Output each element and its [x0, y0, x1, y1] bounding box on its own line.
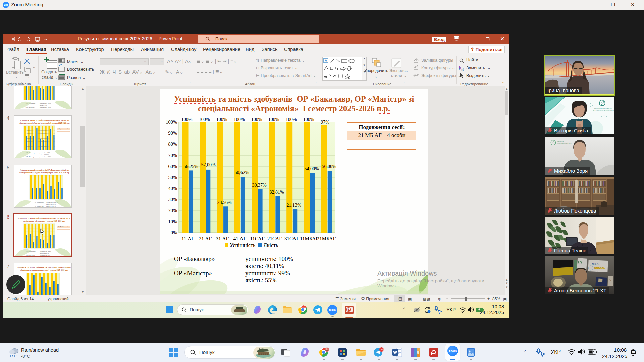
svg-text:80%: 80%	[168, 141, 177, 147]
svg-text:Успішність, та якість, здобува: Успішність, та якість, здобувачів ОР «Ба…	[17, 266, 71, 268]
svg-text:21САГ: 21САГ	[267, 236, 282, 241]
svg-text:97%: 97%	[321, 120, 329, 125]
svg-text:ОР «Магістр»: ОР «Магістр»	[35, 205, 44, 207]
svg-text:успішність: 100%: успішність: 100%	[40, 156, 51, 158]
svg-text:Успішність: Успішність	[230, 242, 255, 248]
svg-text:А: А	[325, 59, 327, 63]
svg-text:z: z	[633, 351, 634, 353]
svg-text:23,56%: 23,56%	[217, 200, 232, 205]
svg-text:Успішність, та якість, здобува: Успішність, та якість, здобувачів ОР «Ба…	[20, 119, 69, 121]
svg-text:100%: 100%	[216, 117, 227, 122]
svg-text:ОР «Бакалавр»: ОР «Бакалавр»	[35, 201, 44, 203]
svg-text:32,81%: 32,81%	[269, 190, 284, 195]
svg-text:11САГ: 11САГ	[250, 236, 265, 241]
svg-text:20%: 20%	[168, 208, 177, 213]
svg-text:100%: 100%	[303, 117, 314, 122]
svg-text:Подовження сесії: Подовження сесії	[59, 128, 68, 130]
svg-text:31 АГ: 31 АГ	[216, 236, 229, 241]
svg-text:21МБАГ: 21МБАГ	[317, 236, 336, 241]
svg-text:21 АГ: 21 АГ	[199, 236, 212, 241]
svg-text:60%: 60%	[168, 164, 177, 169]
svg-text:40%: 40%	[168, 186, 177, 191]
svg-text:ОР «Магістр»: ОР «Магістр»	[26, 107, 35, 108]
svg-text:100%: 100%	[166, 119, 177, 125]
svg-text:21 МБ АГ - 4 особи: 21 МБ АГ - 4 особи	[58, 226, 69, 228]
svg-text:спеціальності «Агрономія» І се: спеціальності «Агрономія» І семестр 2025…	[23, 220, 65, 222]
svg-text:якість: 45%: якість: 45%	[40, 105, 47, 106]
svg-text:КАФЕДРА: КАФЕДРА	[557, 141, 564, 142]
svg-text:57,00%: 57,00%	[201, 162, 216, 167]
svg-text:Успішність, та якість, здобува: Успішність, та якість, здобувачів ОР «Ба…	[20, 169, 69, 171]
svg-text:100%: 100%	[286, 117, 297, 122]
svg-text:11 АГ: 11 АГ	[181, 236, 194, 241]
svg-text:56,25%: 56,25%	[183, 164, 198, 169]
svg-text:31САГ: 31САГ	[284, 236, 299, 241]
svg-text:z: z	[635, 349, 636, 352]
svg-text:успішність: 98%: успішність: 98%	[40, 152, 50, 154]
svg-text:50%: 50%	[168, 175, 177, 180]
svg-text:P: P	[347, 307, 350, 312]
svg-text:«Садівництво та виноградарство: «Садівництво та виноградарство» І семест…	[20, 269, 68, 271]
svg-text:ЦИВІЛЬНОЇ БЕЗПЕКИ: ЦИВІЛЬНОЇ БЕЗПЕКИ	[557, 143, 572, 144]
svg-text:30%: 30%	[168, 197, 177, 202]
svg-text:56,00%: 56,00%	[322, 164, 336, 169]
svg-text:41 АГ: 41 АГ	[233, 236, 247, 241]
svg-text:зі спеціальності «Харчові техн: зі спеціальності «Харчові технології» І …	[19, 122, 70, 124]
svg-text:Успішність та якість здобувачі: Успішність та якість здобувачів ОР «Бака…	[18, 217, 70, 219]
svg-text:21,13%: 21,13%	[286, 203, 301, 208]
svg-text:50,62%: 50,62%	[234, 170, 249, 175]
svg-text:100%: 100%	[199, 117, 210, 122]
svg-text:70%: 70%	[168, 153, 177, 158]
svg-text:100%: 100%	[268, 117, 279, 122]
svg-text:ОР «Магістр»: ОР «Магістр»	[26, 156, 35, 158]
svg-text:якість: 76,92%: якість: 76,92%	[46, 205, 56, 207]
svg-text:100%: 100%	[251, 117, 262, 122]
svg-text:АГРОТЕХНОЛОГІЧНИЙ УНІВЕРСИТЕТ: АГРОТЕХНОЛОГІЧНИЙ УНІВЕРСИТЕТ	[593, 109, 614, 111]
svg-text:успішність: 100%: успішність: 100%	[40, 107, 51, 108]
svg-text:11МБАГ: 11МБАГ	[300, 236, 319, 241]
svg-text:успішність: 100%: успішність: 100%	[40, 103, 51, 104]
svg-text:10%: 10%	[168, 219, 177, 224]
svg-text:100%: 100%	[181, 117, 193, 122]
svg-text:зі спеціальності «Геодезія та: зі спеціальності «Геодезія та землеустрі…	[19, 172, 70, 174]
svg-text:..99: ..99	[380, 348, 384, 351]
svg-text:100%: 100%	[234, 117, 245, 122]
svg-text:0%: 0%	[171, 230, 177, 235]
svg-text:ОР «Магістр»: ОР «Магістр»	[26, 254, 35, 256]
svg-text:успішність: 100%: успішність: 100%	[40, 250, 51, 252]
svg-text:c: c	[461, 68, 463, 72]
svg-text:Якість: Якість	[263, 242, 278, 248]
svg-text:54,00%: 54,00%	[304, 166, 319, 171]
svg-text:39,37%: 39,37%	[252, 183, 267, 188]
svg-text:90%: 90%	[168, 130, 177, 136]
svg-text:ТАВРІЙСЬКИЙ ДЕРЖАВНИЙ: ТАВРІЙСЬКИЙ ДЕРЖАВНИЙ	[594, 107, 612, 109]
svg-text:успішність: 99%: успішність: 99%	[40, 254, 50, 256]
